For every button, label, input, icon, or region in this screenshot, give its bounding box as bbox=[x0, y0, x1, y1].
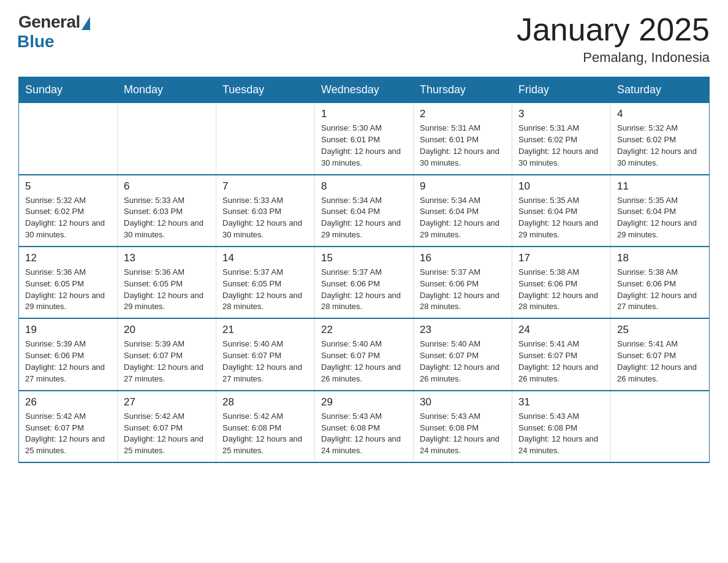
week-row-1: 1Sunrise: 5:30 AMSunset: 6:01 PMDaylight… bbox=[19, 103, 710, 175]
calendar-cell: 16Sunrise: 5:37 AMSunset: 6:06 PMDayligh… bbox=[414, 247, 512, 318]
calendar-header: SundayMondayTuesdayWednesdayThursdayFrid… bbox=[19, 77, 710, 103]
day-info: Sunrise: 5:43 AMSunset: 6:08 PMDaylight:… bbox=[321, 411, 407, 457]
day-header-monday: Monday bbox=[118, 77, 216, 103]
day-info: Sunrise: 5:40 AMSunset: 6:07 PMDaylight:… bbox=[321, 339, 407, 385]
day-info: Sunrise: 5:31 AMSunset: 6:01 PMDaylight:… bbox=[420, 123, 506, 169]
calendar-cell: 14Sunrise: 5:37 AMSunset: 6:05 PMDayligh… bbox=[216, 247, 315, 318]
day-number: 30 bbox=[420, 396, 506, 408]
calendar-cell: 13Sunrise: 5:36 AMSunset: 6:05 PMDayligh… bbox=[118, 247, 216, 318]
calendar-cell: 31Sunrise: 5:43 AMSunset: 6:08 PMDayligh… bbox=[512, 391, 611, 462]
day-info: Sunrise: 5:32 AMSunset: 6:02 PMDaylight:… bbox=[25, 195, 111, 241]
day-number: 14 bbox=[222, 252, 308, 264]
week-row-2: 5Sunrise: 5:32 AMSunset: 6:02 PMDaylight… bbox=[19, 175, 710, 247]
day-info: Sunrise: 5:34 AMSunset: 6:04 PMDaylight:… bbox=[420, 195, 506, 241]
logo-triangle-icon bbox=[82, 17, 90, 30]
calendar-cell: 27Sunrise: 5:42 AMSunset: 6:07 PMDayligh… bbox=[118, 391, 216, 462]
calendar-cell: 29Sunrise: 5:43 AMSunset: 6:08 PMDayligh… bbox=[315, 391, 414, 462]
day-info: Sunrise: 5:37 AMSunset: 6:06 PMDaylight:… bbox=[321, 267, 407, 313]
calendar-title: January 2025 bbox=[517, 12, 710, 47]
calendar-cell: 25Sunrise: 5:41 AMSunset: 6:07 PMDayligh… bbox=[611, 318, 710, 390]
day-info: Sunrise: 5:40 AMSunset: 6:07 PMDaylight:… bbox=[222, 339, 308, 385]
calendar-cell: 21Sunrise: 5:40 AMSunset: 6:07 PMDayligh… bbox=[216, 318, 315, 390]
day-number: 24 bbox=[518, 324, 604, 336]
title-block: January 2025 Pemalang, Indonesia bbox=[517, 12, 710, 66]
days-of-week-row: SundayMondayTuesdayWednesdayThursdayFrid… bbox=[19, 77, 710, 103]
day-number: 9 bbox=[420, 180, 506, 193]
page-header: General Blue January 2025 Pemalang, Indo… bbox=[18, 12, 710, 66]
day-number: 26 bbox=[25, 396, 111, 408]
day-number: 15 bbox=[321, 252, 407, 264]
day-number: 2 bbox=[420, 108, 506, 120]
calendar-cell: 18Sunrise: 5:38 AMSunset: 6:06 PMDayligh… bbox=[611, 247, 710, 318]
day-info: Sunrise: 5:39 AMSunset: 6:07 PMDaylight:… bbox=[124, 339, 210, 385]
calendar-cell bbox=[118, 103, 216, 175]
day-info: Sunrise: 5:37 AMSunset: 6:06 PMDaylight:… bbox=[420, 267, 506, 313]
day-number: 31 bbox=[518, 396, 604, 408]
day-number: 16 bbox=[420, 252, 506, 264]
calendar-cell bbox=[611, 391, 710, 462]
calendar-cell: 5Sunrise: 5:32 AMSunset: 6:02 PMDaylight… bbox=[19, 175, 118, 247]
day-info: Sunrise: 5:41 AMSunset: 6:07 PMDaylight:… bbox=[518, 339, 604, 385]
calendar-cell: 12Sunrise: 5:36 AMSunset: 6:05 PMDayligh… bbox=[19, 247, 118, 318]
day-number: 3 bbox=[518, 108, 604, 120]
calendar-cell: 2Sunrise: 5:31 AMSunset: 6:01 PMDaylight… bbox=[414, 103, 512, 175]
day-info: Sunrise: 5:39 AMSunset: 6:06 PMDaylight:… bbox=[25, 339, 111, 385]
day-number: 1 bbox=[321, 108, 407, 120]
day-number: 4 bbox=[617, 108, 703, 120]
calendar-cell: 7Sunrise: 5:33 AMSunset: 6:03 PMDaylight… bbox=[216, 175, 315, 247]
calendar-cell: 6Sunrise: 5:33 AMSunset: 6:03 PMDaylight… bbox=[118, 175, 216, 247]
calendar-cell: 4Sunrise: 5:32 AMSunset: 6:02 PMDaylight… bbox=[611, 103, 710, 175]
calendar-cell: 30Sunrise: 5:43 AMSunset: 6:08 PMDayligh… bbox=[414, 391, 512, 462]
day-number: 10 bbox=[518, 180, 604, 193]
day-info: Sunrise: 5:35 AMSunset: 6:04 PMDaylight:… bbox=[617, 195, 703, 241]
calendar-cell bbox=[216, 103, 315, 175]
day-info: Sunrise: 5:40 AMSunset: 6:07 PMDaylight:… bbox=[420, 339, 506, 385]
day-info: Sunrise: 5:36 AMSunset: 6:05 PMDaylight:… bbox=[124, 267, 210, 313]
calendar-location: Pemalang, Indonesia bbox=[517, 50, 710, 66]
day-info: Sunrise: 5:41 AMSunset: 6:07 PMDaylight:… bbox=[617, 339, 703, 385]
calendar-cell: 17Sunrise: 5:38 AMSunset: 6:06 PMDayligh… bbox=[512, 247, 611, 318]
calendar-body: 1Sunrise: 5:30 AMSunset: 6:01 PMDaylight… bbox=[19, 103, 710, 462]
day-info: Sunrise: 5:43 AMSunset: 6:08 PMDaylight:… bbox=[518, 411, 604, 457]
day-info: Sunrise: 5:33 AMSunset: 6:03 PMDaylight:… bbox=[222, 195, 308, 241]
day-number: 27 bbox=[124, 396, 210, 408]
day-number: 22 bbox=[321, 324, 407, 336]
day-number: 5 bbox=[25, 180, 111, 193]
day-header-thursday: Thursday bbox=[414, 77, 512, 103]
day-info: Sunrise: 5:42 AMSunset: 6:07 PMDaylight:… bbox=[124, 411, 210, 457]
calendar-cell: 24Sunrise: 5:41 AMSunset: 6:07 PMDayligh… bbox=[512, 318, 611, 390]
calendar-cell: 23Sunrise: 5:40 AMSunset: 6:07 PMDayligh… bbox=[414, 318, 512, 390]
calendar-cell bbox=[19, 103, 118, 175]
calendar-cell: 19Sunrise: 5:39 AMSunset: 6:06 PMDayligh… bbox=[19, 318, 118, 390]
day-number: 11 bbox=[617, 180, 703, 193]
day-info: Sunrise: 5:35 AMSunset: 6:04 PMDaylight:… bbox=[518, 195, 604, 241]
day-info: Sunrise: 5:36 AMSunset: 6:05 PMDaylight:… bbox=[25, 267, 111, 313]
calendar-cell: 15Sunrise: 5:37 AMSunset: 6:06 PMDayligh… bbox=[315, 247, 414, 318]
day-number: 20 bbox=[124, 324, 210, 336]
day-info: Sunrise: 5:30 AMSunset: 6:01 PMDaylight:… bbox=[321, 123, 407, 169]
day-info: Sunrise: 5:31 AMSunset: 6:02 PMDaylight:… bbox=[518, 123, 604, 169]
day-number: 17 bbox=[518, 252, 604, 264]
day-number: 28 bbox=[222, 396, 308, 408]
week-row-4: 19Sunrise: 5:39 AMSunset: 6:06 PMDayligh… bbox=[19, 318, 710, 390]
day-number: 8 bbox=[321, 180, 407, 193]
calendar-cell: 11Sunrise: 5:35 AMSunset: 6:04 PMDayligh… bbox=[611, 175, 710, 247]
calendar-cell: 26Sunrise: 5:42 AMSunset: 6:07 PMDayligh… bbox=[19, 391, 118, 462]
calendar-cell: 10Sunrise: 5:35 AMSunset: 6:04 PMDayligh… bbox=[512, 175, 611, 247]
day-info: Sunrise: 5:43 AMSunset: 6:08 PMDaylight:… bbox=[420, 411, 506, 457]
calendar-cell: 9Sunrise: 5:34 AMSunset: 6:04 PMDaylight… bbox=[414, 175, 512, 247]
day-number: 12 bbox=[25, 252, 111, 264]
day-header-saturday: Saturday bbox=[611, 77, 710, 103]
day-info: Sunrise: 5:38 AMSunset: 6:06 PMDaylight:… bbox=[518, 267, 604, 313]
day-number: 18 bbox=[617, 252, 703, 264]
day-number: 23 bbox=[420, 324, 506, 336]
day-info: Sunrise: 5:42 AMSunset: 6:07 PMDaylight:… bbox=[25, 411, 111, 457]
day-info: Sunrise: 5:34 AMSunset: 6:04 PMDaylight:… bbox=[321, 195, 407, 241]
calendar-cell: 28Sunrise: 5:42 AMSunset: 6:08 PMDayligh… bbox=[216, 391, 315, 462]
calendar-cell: 3Sunrise: 5:31 AMSunset: 6:02 PMDaylight… bbox=[512, 103, 611, 175]
day-number: 29 bbox=[321, 396, 407, 408]
logo: General Blue bbox=[18, 12, 90, 52]
calendar-cell: 8Sunrise: 5:34 AMSunset: 6:04 PMDaylight… bbox=[315, 175, 414, 247]
day-header-tuesday: Tuesday bbox=[216, 77, 315, 103]
day-info: Sunrise: 5:42 AMSunset: 6:08 PMDaylight:… bbox=[222, 411, 308, 457]
